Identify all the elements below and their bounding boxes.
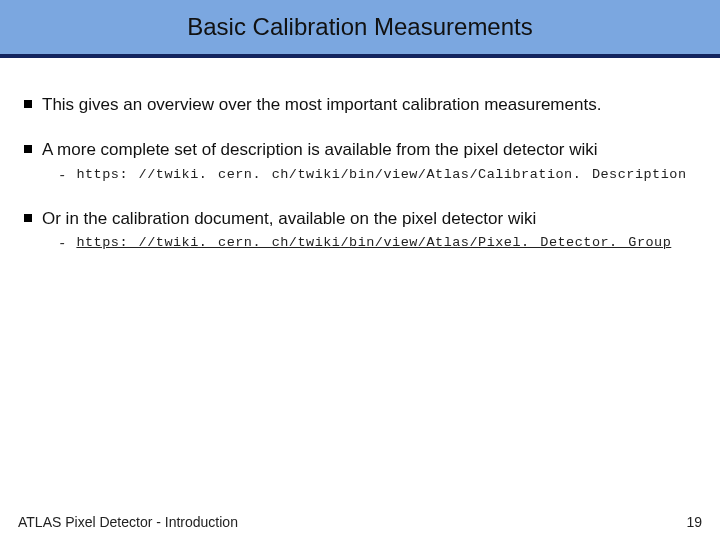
dash-icon: - [58, 168, 66, 184]
bullet-list: This gives an overview over the most imp… [24, 94, 696, 252]
slide: Basic Calibration Measurements This give… [0, 0, 720, 540]
sub-list-item: - https: //twiki. cern. ch/twiki/bin/vie… [58, 235, 696, 252]
bullet-icon [24, 214, 32, 222]
bullet-icon [24, 100, 32, 108]
sub-list: - https: //twiki. cern. ch/twiki/bin/vie… [58, 167, 696, 184]
bullet-icon [24, 145, 32, 153]
bullet-text: Or in the calibration document, availabl… [42, 208, 536, 229]
list-item: Or in the calibration document, availabl… [24, 208, 696, 252]
bullet-text: A more complete set of description is av… [42, 139, 598, 160]
sub-list: - https: //twiki. cern. ch/twiki/bin/vie… [58, 235, 696, 252]
footer-text: ATLAS Pixel Detector - Introduction [18, 514, 238, 530]
list-item: This gives an overview over the most imp… [24, 94, 696, 115]
slide-title: Basic Calibration Measurements [187, 13, 532, 41]
sub-text: https: //twiki. cern. ch/twiki/bin/view/… [76, 167, 686, 182]
list-item: A more complete set of description is av… [24, 139, 696, 183]
dash-icon: - [58, 236, 66, 252]
title-bar: Basic Calibration Measurements [0, 0, 720, 54]
page-number: 19 [686, 514, 702, 530]
sub-link[interactable]: https: //twiki. cern. ch/twiki/bin/view/… [76, 235, 671, 250]
footer: ATLAS Pixel Detector - Introduction 19 [0, 514, 720, 530]
slide-body: This gives an overview over the most imp… [0, 58, 720, 540]
bullet-text: This gives an overview over the most imp… [42, 94, 601, 115]
sub-list-item: - https: //twiki. cern. ch/twiki/bin/vie… [58, 167, 696, 184]
